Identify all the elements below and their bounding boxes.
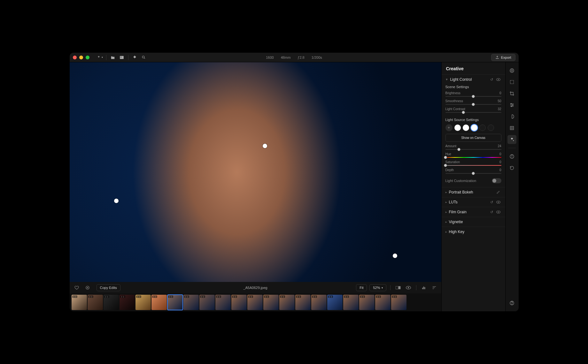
zoom-dropdown[interactable]: 52% ▾	[369, 284, 386, 291]
filmstrip-thumb[interactable]: ⋮⋮	[391, 295, 406, 310]
visibility-icon[interactable]	[496, 201, 501, 204]
light-source-5[interactable]	[488, 125, 494, 131]
reset-icon[interactable]: ↺	[489, 210, 494, 214]
chevron-right-icon: ▸	[445, 210, 447, 214]
filmstrip-thumb[interactable]: ⋮⋮	[72, 295, 87, 310]
visibility-icon[interactable]	[496, 78, 501, 81]
filmstrip-thumb[interactable]: ⋮⋮	[295, 295, 311, 310]
svg-line-3	[144, 58, 145, 59]
filmstrip-thumb[interactable]: ⋮⋮	[167, 295, 183, 310]
filmstrip-thumb[interactable]: ⋮⋮	[183, 295, 199, 310]
compare-icon[interactable]	[394, 284, 402, 292]
rail-select-icon[interactable]	[507, 78, 516, 87]
filmstrip-thumb[interactable]: ⋮⋮	[151, 295, 167, 310]
traffic-lights	[73, 56, 89, 59]
section-portrait-bokeh: ▸ Portrait Bokeh	[442, 187, 505, 197]
brightness-slider[interactable]	[445, 96, 501, 97]
svg-point-29	[511, 103, 512, 104]
rail-crop-icon[interactable]	[507, 89, 516, 98]
chevron-down-icon: ▼	[445, 78, 448, 81]
reset-icon[interactable]: ↺	[489, 78, 494, 82]
histogram-icon[interactable]	[420, 284, 428, 292]
visibility-icon[interactable]	[496, 210, 501, 214]
amount-slider[interactable]	[445, 149, 501, 150]
saturation-slider[interactable]	[445, 165, 501, 166]
svg-rect-25	[510, 80, 514, 84]
rail-adjust-icon[interactable]	[507, 101, 516, 110]
rail-help-icon[interactable]	[507, 299, 516, 307]
section-header-portrait-bokeh[interactable]: ▸ Portrait Bokeh	[445, 190, 501, 194]
filmstrip-thumb[interactable]: ⋮⋮	[343, 295, 359, 310]
light-customization-toggle[interactable]	[492, 178, 501, 183]
canvas-column: Copy Edits _A5A0629.jpeg Fit 52% ▾	[70, 62, 441, 311]
section-header-luts[interactable]: ▸ LUTs ↺	[445, 200, 501, 204]
reset-icon[interactable]: ↺	[489, 200, 494, 204]
eye-icon[interactable]	[405, 284, 412, 292]
panel-title: Creative	[442, 62, 505, 74]
depth-slider[interactable]	[445, 173, 501, 174]
light-customization-label: Light Customization	[445, 179, 476, 183]
section-header-film-grain[interactable]: ▸ Film Grain ↺	[445, 210, 501, 214]
edit-icon[interactable]	[496, 190, 501, 194]
zoom-value: 52%	[373, 286, 380, 290]
filmstrip-thumb[interactable]: ⋮⋮	[311, 295, 327, 310]
section-header-light-control[interactable]: ▼ Light Control ↺	[445, 77, 501, 82]
reject-icon[interactable]	[84, 284, 91, 292]
filmstrip-thumb[interactable]: ⋮⋮	[104, 295, 119, 310]
light-source-2[interactable]	[463, 125, 469, 131]
filmstrip-thumb[interactable]: ⋮⋮	[247, 295, 263, 310]
light-source-3[interactable]	[471, 125, 477, 131]
filmstrip-thumb[interactable]: ⋮⋮	[327, 295, 343, 310]
minimize-window-button[interactable]	[79, 56, 83, 59]
filmstrip-thumb[interactable]: ⋮⋮	[359, 295, 375, 310]
fit-button[interactable]: Fit	[356, 284, 367, 291]
filmstrip-thumb[interactable]: ⋮⋮	[215, 295, 231, 310]
light-contrast-slider[interactable]	[445, 112, 501, 113]
smoothness-slider[interactable]	[445, 104, 501, 105]
hue-slider[interactable]	[445, 157, 501, 158]
rail-presets-icon[interactable]	[507, 66, 516, 75]
light-sources-row: +	[445, 124, 501, 131]
close-window-button[interactable]	[73, 56, 77, 59]
export-button[interactable]: Export	[491, 54, 515, 61]
filmstrip-thumb[interactable]: ⋮⋮	[135, 295, 151, 310]
light-source-handle[interactable]	[114, 199, 119, 203]
light-source-4[interactable]	[479, 125, 486, 131]
rail-info-icon[interactable]	[507, 152, 516, 161]
svg-point-39	[512, 304, 512, 304]
filmstrip-thumb[interactable]: ⋮⋮	[375, 295, 391, 310]
filmstrip-thumb[interactable]: ⋮⋮	[120, 295, 135, 310]
filmstrip-thumb[interactable]: ⋮⋮	[231, 295, 247, 310]
sparkle-menu-button[interactable]: ▾	[96, 54, 104, 61]
copy-edits-button[interactable]: Copy Edits	[97, 284, 120, 291]
export-icon	[495, 56, 499, 59]
section-header-vignette[interactable]: ▸ Vignette	[445, 220, 501, 224]
rail-geometry-icon[interactable]	[507, 124, 516, 133]
saturation-label: Saturation	[445, 160, 460, 164]
show-on-canvas-button[interactable]: Show on Canvas	[445, 134, 501, 142]
maximize-window-button[interactable]	[86, 56, 89, 59]
light-source-1[interactable]	[454, 125, 461, 131]
filmstrip-thumb[interactable]: ⋮⋮	[199, 295, 215, 310]
filmstrip-thumb[interactable]: ⋮⋮	[279, 295, 295, 310]
filmstrip-thumb[interactable]: ⋮⋮	[263, 295, 279, 310]
image-icon[interactable]	[118, 54, 126, 61]
rail-creative-icon[interactable]	[507, 135, 516, 144]
light-source-handle[interactable]	[393, 254, 397, 258]
slider-hue: Hue 0	[445, 152, 501, 158]
favorite-icon[interactable]	[73, 284, 81, 292]
slider-brightness: Brightness 0	[445, 91, 501, 97]
rail-history-icon[interactable]	[507, 163, 516, 172]
sort-icon[interactable]	[430, 284, 438, 292]
light-source-handle[interactable]	[263, 144, 267, 148]
add-light-source-button[interactable]: +	[445, 124, 453, 131]
meta-shutter: 1/200s	[312, 56, 322, 59]
bucket-icon[interactable]	[131, 54, 139, 61]
rail-retouch-icon[interactable]	[507, 112, 516, 121]
section-header-high-key[interactable]: ▸ High Key	[445, 230, 501, 234]
canvas-area[interactable]	[70, 62, 441, 282]
zoom-icon[interactable]	[140, 54, 148, 61]
filmstrip-thumb[interactable]: ⋮⋮	[88, 295, 103, 310]
filmstrip[interactable]: ⋮⋮⋮⋮⋮⋮⋮⋮⋮⋮⋮⋮⋮⋮⋮⋮⋮⋮⋮⋮⋮⋮⋮⋮⋮⋮⋮⋮⋮⋮⋮⋮⋮⋮⋮⋮⋮⋮⋮⋮…	[70, 293, 441, 311]
folder-icon[interactable]	[109, 54, 117, 61]
